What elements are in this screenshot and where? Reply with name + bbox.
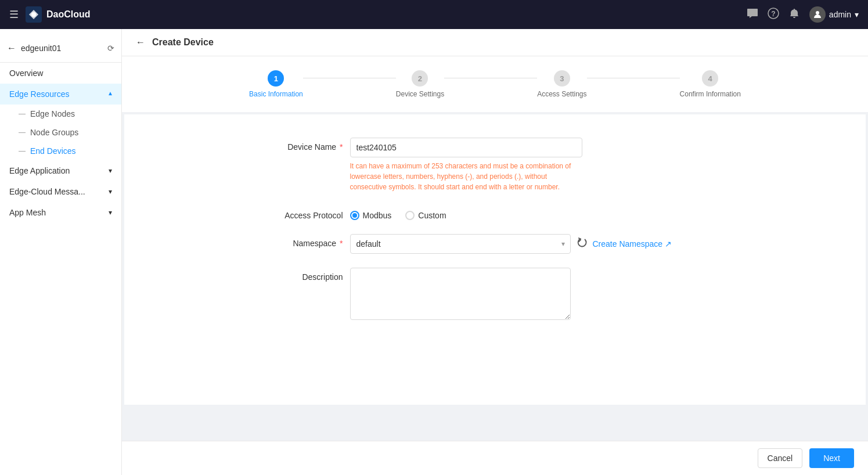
device-name-row: Device Name * It can have a maximum of 2…	[257, 138, 733, 192]
step-4-circle: 4	[702, 70, 718, 87]
sidebar-item-end-devices[interactable]: — End Devices	[0, 142, 121, 160]
back-arrow-icon[interactable]: ←	[7, 43, 16, 53]
step-4-label: Confirm Information	[680, 90, 741, 98]
sidebar-item-overview[interactable]: Overview	[0, 63, 121, 84]
layout: ← edgeunit01 ⟳ Overview Edge Resources ▾…	[0, 29, 868, 475]
cancel-button[interactable]: Cancel	[758, 448, 803, 468]
step-2: 2 Device Settings	[396, 70, 444, 98]
description-row: Description	[257, 268, 733, 322]
namespace-label: Namespace *	[257, 234, 350, 248]
sidebar-edge-cloud-label: Edge-Cloud Messa...	[9, 187, 85, 196]
sidebar-item-edge-cloud-messa[interactable]: Edge-Cloud Messa... ▾	[0, 181, 121, 202]
dash-icon: —	[19, 147, 26, 155]
sidebar-app-mesh-label: App Mesh	[9, 208, 46, 217]
message-icon[interactable]	[747, 8, 758, 22]
dash-icon: —	[19, 110, 26, 118]
step-line-1	[303, 78, 396, 78]
edge-cloud-chevron-icon: ▾	[109, 188, 112, 196]
step-3-label: Access Settings	[537, 90, 586, 98]
stepper-inner: 1 Basic Information 2 Device Settings 3 …	[249, 70, 741, 98]
sidebar-item-node-groups[interactable]: — Node Groups	[0, 123, 121, 142]
form-inner: Device Name * It can have a maximum of 2…	[234, 138, 757, 322]
sidebar-item-edge-application[interactable]: Edge Application ▾	[0, 160, 121, 181]
radio-modbus-label: Modbus	[363, 211, 392, 220]
sidebar-edge-application-label: Edge Application	[9, 166, 70, 175]
step-1-circle: 1	[268, 70, 284, 87]
navbar-left: ☰ DaoCloud	[9, 6, 91, 23]
namespace-refresh-icon[interactable]	[577, 238, 587, 250]
sidebar-node-groups-label: Node Groups	[30, 128, 78, 137]
device-name-hint: It can have a maximum of 253 characters …	[350, 161, 582, 192]
help-icon[interactable]: ?	[768, 8, 779, 22]
step-3-circle: 3	[554, 70, 570, 87]
next-button[interactable]: Next	[809, 448, 854, 468]
page-back-arrow-icon[interactable]: ←	[136, 37, 145, 48]
device-name-input[interactable]	[350, 138, 582, 157]
hamburger-icon[interactable]: ☰	[9, 8, 19, 21]
access-protocol-field: Modbus Custom	[350, 206, 582, 220]
namespace-field: default ▾ Create Namespace	[350, 234, 733, 254]
device-name-label: Device Name *	[257, 138, 350, 152]
sidebar-item-edge-resources[interactable]: Edge Resources ▾	[0, 84, 121, 105]
svg-point-4	[816, 11, 819, 15]
namespace-row: Namespace * default ▾	[257, 234, 733, 254]
sidebar-end-devices-label: End Devices	[30, 146, 76, 156]
sidebar-edge-nodes-label: Edge Nodes	[30, 109, 75, 118]
step-1-label: Basic Information	[249, 90, 303, 98]
namespace-select[interactable]: default	[350, 234, 571, 254]
dash-icon: —	[19, 128, 26, 136]
step-4: 4 Confirm Information	[680, 70, 741, 98]
radio-custom[interactable]: Custom	[405, 211, 446, 220]
edge-resources-chevron-icon: ▾	[109, 90, 112, 98]
sub-header: ← edgeunit01 ⟳	[0, 34, 121, 63]
app-mesh-chevron-icon: ▾	[109, 208, 112, 217]
step-2-circle: 2	[412, 70, 428, 87]
footer: Cancel Next	[122, 441, 868, 475]
access-protocol-label: Access Protocol	[257, 206, 350, 220]
navbar-right: ? admin ▾	[747, 6, 859, 23]
step-line-3	[587, 78, 680, 78]
required-marker: *	[337, 142, 343, 152]
access-protocol-row: Access Protocol Modbus Custom	[257, 206, 733, 220]
logo-icon	[26, 6, 42, 23]
radio-modbus-circle	[350, 211, 359, 220]
app-name: DaoCloud	[46, 9, 91, 20]
svg-point-1	[31, 12, 36, 17]
navbar: ☰ DaoCloud ?	[0, 0, 868, 29]
notification-icon[interactable]	[788, 8, 800, 22]
step-line-2	[444, 78, 537, 78]
create-namespace-link[interactable]: Create Namespace ↗	[593, 239, 672, 249]
step-2-label: Device Settings	[396, 90, 444, 98]
sidebar-item-app-mesh[interactable]: App Mesh ▾	[0, 202, 121, 223]
radio-modbus[interactable]: Modbus	[350, 211, 392, 220]
page-title: Create Device	[152, 37, 214, 48]
radio-custom-label: Custom	[418, 211, 446, 220]
app-logo: DaoCloud	[26, 6, 91, 23]
edge-application-chevron-icon: ▾	[109, 167, 112, 175]
unit-name: edgeunit01	[21, 44, 61, 53]
description-field	[350, 268, 582, 322]
device-name-field: It can have a maximum of 253 characters …	[350, 138, 582, 192]
radio-group: Modbus Custom	[350, 206, 582, 220]
user-menu[interactable]: admin ▾	[809, 6, 859, 23]
refresh-unit-icon[interactable]: ⟳	[107, 44, 114, 53]
namespace-select-wrapper: default ▾	[350, 234, 571, 254]
required-marker: *	[337, 239, 343, 248]
description-label: Description	[257, 268, 350, 282]
svg-text:?: ?	[771, 10, 775, 18]
user-dropdown-icon: ▾	[855, 10, 859, 19]
sidebar-overview-label: Overview	[9, 69, 43, 78]
main-content: ← Create Device 1 Basic Information 2 De…	[122, 29, 868, 475]
form-container: Device Name * It can have a maximum of 2…	[124, 114, 866, 405]
avatar	[809, 6, 826, 23]
page-header: ← Create Device	[122, 29, 868, 56]
radio-custom-circle	[405, 211, 415, 220]
stepper: 1 Basic Information 2 Device Settings 3 …	[122, 56, 868, 112]
description-textarea[interactable]	[350, 268, 571, 320]
create-namespace-label: Create Namespace	[593, 239, 663, 249]
step-3: 3 Access Settings	[537, 70, 586, 98]
step-1: 1 Basic Information	[249, 70, 303, 98]
external-link-icon: ↗	[665, 239, 672, 249]
user-name: admin	[829, 10, 851, 19]
sidebar-item-edge-nodes[interactable]: — Edge Nodes	[0, 105, 121, 123]
